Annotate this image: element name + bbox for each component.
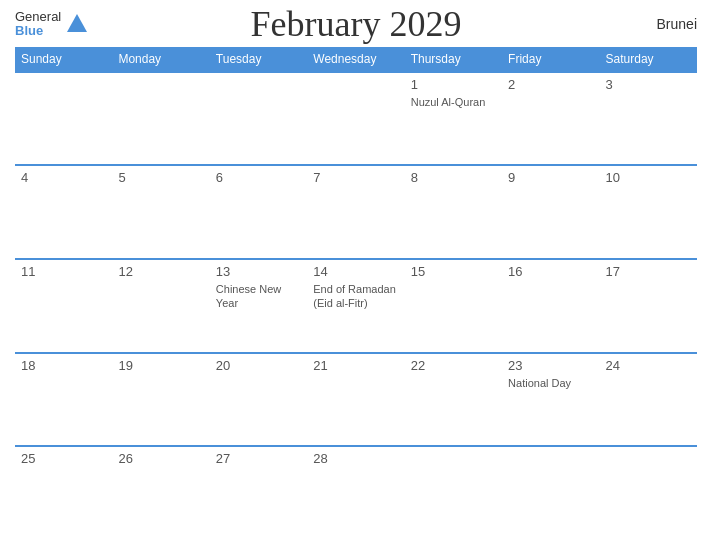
- table-row: 45678910: [15, 165, 697, 259]
- day-number: 19: [118, 358, 203, 373]
- logo-blue-text: Blue: [15, 24, 61, 38]
- event-text: Nuzul Al-Quran: [411, 96, 486, 108]
- month-title: February 2029: [251, 3, 462, 45]
- day-number: 9: [508, 170, 593, 185]
- table-row: 1Nuzul Al-Quran23: [15, 72, 697, 166]
- day-number: 23: [508, 358, 593, 373]
- calendar-cell: 28: [307, 446, 404, 540]
- calendar-cell: [210, 72, 307, 166]
- calendar-cell: [405, 446, 502, 540]
- calendar-cell: 24: [600, 353, 697, 447]
- day-number: 6: [216, 170, 301, 185]
- day-number: 5: [118, 170, 203, 185]
- day-number: 16: [508, 264, 593, 279]
- day-number: 18: [21, 358, 106, 373]
- calendar-cell: 2: [502, 72, 599, 166]
- calendar-cell: 12: [112, 259, 209, 353]
- table-row: 111213Chinese New Year14End of Ramadan (…: [15, 259, 697, 353]
- calendar-cell: 14End of Ramadan (Eid al-Fitr): [307, 259, 404, 353]
- calendar-cell: [307, 72, 404, 166]
- table-row: 181920212223National Day24: [15, 353, 697, 447]
- col-wednesday: Wednesday: [307, 47, 404, 72]
- col-sunday: Sunday: [15, 47, 112, 72]
- calendar-cell: 25: [15, 446, 112, 540]
- col-friday: Friday: [502, 47, 599, 72]
- day-number: 11: [21, 264, 106, 279]
- calendar-cell: 1Nuzul Al-Quran: [405, 72, 502, 166]
- calendar-cell: 11: [15, 259, 112, 353]
- day-number: 14: [313, 264, 398, 279]
- calendar-cell: 4: [15, 165, 112, 259]
- day-number: 2: [508, 77, 593, 92]
- logo-general-text: General: [15, 10, 61, 24]
- table-row: 25262728: [15, 446, 697, 540]
- calendar-cell: 17: [600, 259, 697, 353]
- day-number: 20: [216, 358, 301, 373]
- country-name: Brunei: [657, 16, 697, 32]
- day-number: 10: [606, 170, 691, 185]
- col-tuesday: Tuesday: [210, 47, 307, 72]
- day-number: 22: [411, 358, 496, 373]
- day-number: 26: [118, 451, 203, 466]
- logo: General Blue: [15, 10, 91, 39]
- weekday-header-row: Sunday Monday Tuesday Wednesday Thursday…: [15, 47, 697, 72]
- calendar-header: General Blue February 2029 Brunei: [15, 10, 697, 39]
- day-number: 15: [411, 264, 496, 279]
- day-number: 8: [411, 170, 496, 185]
- day-number: 3: [606, 77, 691, 92]
- day-number: 28: [313, 451, 398, 466]
- calendar-cell: [112, 72, 209, 166]
- svg-marker-0: [67, 14, 87, 32]
- calendar-cell: 18: [15, 353, 112, 447]
- col-saturday: Saturday: [600, 47, 697, 72]
- calendar-cell: 6: [210, 165, 307, 259]
- calendar-cell: 27: [210, 446, 307, 540]
- day-number: 13: [216, 264, 301, 279]
- calendar-cell: 3: [600, 72, 697, 166]
- day-number: 24: [606, 358, 691, 373]
- day-number: 27: [216, 451, 301, 466]
- calendar-cell: 21: [307, 353, 404, 447]
- event-text: Chinese New Year: [216, 283, 281, 309]
- calendar-table: Sunday Monday Tuesday Wednesday Thursday…: [15, 47, 697, 540]
- day-number: 4: [21, 170, 106, 185]
- calendar-cell: [15, 72, 112, 166]
- day-number: 7: [313, 170, 398, 185]
- logo-icon: [63, 10, 91, 38]
- calendar-cell: 13Chinese New Year: [210, 259, 307, 353]
- calendar-container: General Blue February 2029 Brunei Sunday…: [0, 0, 712, 550]
- calendar-cell: [600, 446, 697, 540]
- calendar-cell: 8: [405, 165, 502, 259]
- day-number: 17: [606, 264, 691, 279]
- event-text: End of Ramadan (Eid al-Fitr): [313, 283, 396, 309]
- calendar-cell: 9: [502, 165, 599, 259]
- calendar-cell: 23National Day: [502, 353, 599, 447]
- day-number: 25: [21, 451, 106, 466]
- calendar-cell: 19: [112, 353, 209, 447]
- col-thursday: Thursday: [405, 47, 502, 72]
- calendar-cell: 22: [405, 353, 502, 447]
- calendar-cell: 10: [600, 165, 697, 259]
- calendar-cell: 5: [112, 165, 209, 259]
- day-number: 12: [118, 264, 203, 279]
- calendar-cell: [502, 446, 599, 540]
- calendar-cell: 7: [307, 165, 404, 259]
- day-number: 21: [313, 358, 398, 373]
- calendar-cell: 16: [502, 259, 599, 353]
- calendar-cell: 20: [210, 353, 307, 447]
- calendar-cell: 26: [112, 446, 209, 540]
- col-monday: Monday: [112, 47, 209, 72]
- calendar-cell: 15: [405, 259, 502, 353]
- event-text: National Day: [508, 377, 571, 389]
- day-number: 1: [411, 77, 496, 92]
